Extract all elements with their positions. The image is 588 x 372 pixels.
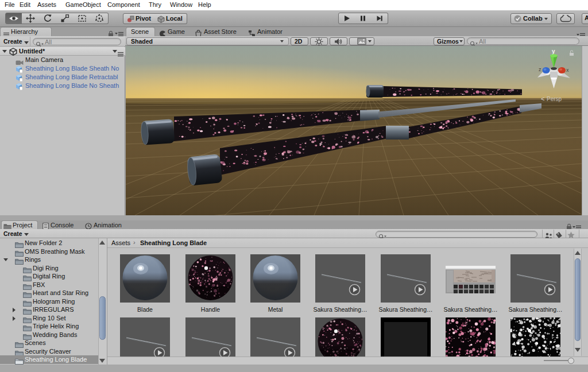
- svg-text:y: y: [552, 48, 555, 55]
- svg-text:Persp: Persp: [547, 96, 562, 102]
- svg-text:<: <: [541, 95, 544, 102]
- svg-text:x: x: [566, 67, 569, 73]
- svg-text:z: z: [539, 67, 541, 72]
